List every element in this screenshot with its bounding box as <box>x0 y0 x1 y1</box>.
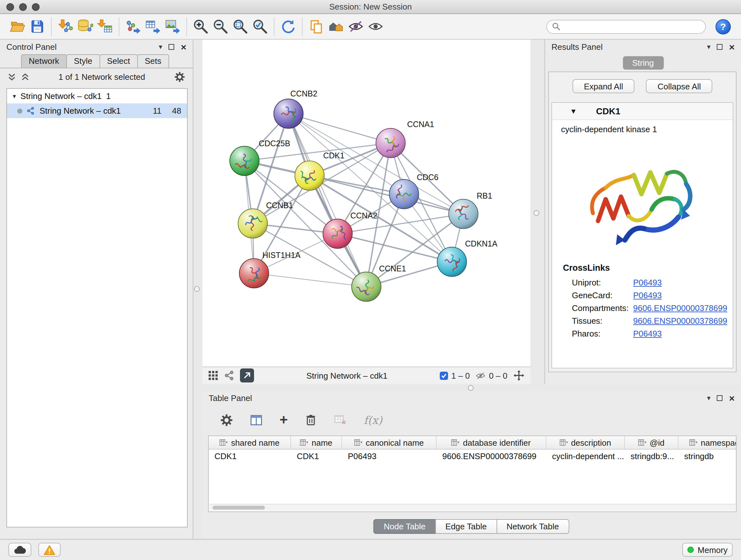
disclosure-triangle-icon[interactable]: ▾ <box>13 92 16 100</box>
float-panel-icon[interactable]: ▾ <box>707 44 711 51</box>
search-box[interactable] <box>546 19 706 34</box>
show-home-button[interactable] <box>326 16 346 37</box>
network-collection-row[interactable]: ▾ String Network – cdk1 1 <box>7 89 187 104</box>
maximize-panel-icon[interactable] <box>717 44 723 50</box>
float-panel-icon[interactable]: ▾ <box>707 395 711 401</box>
crosslink-row: Tissues:9606.ENSP00000378699 <box>552 314 733 327</box>
import-network-from-file-button[interactable] <box>56 16 75 37</box>
zoom-fit-button[interactable] <box>230 16 250 37</box>
tab-select[interactable]: Select <box>99 54 138 68</box>
duplicate-network-button[interactable] <box>307 16 326 37</box>
scrollbar-thumb[interactable] <box>212 506 265 509</box>
zoom-in-button[interactable] <box>191 16 211 37</box>
pan-crosshair-icon[interactable] <box>513 370 525 381</box>
network-node-hist1h1a[interactable]: HIST1H1A <box>239 251 300 288</box>
show-all-button[interactable] <box>366 16 386 37</box>
expand-all-button[interactable]: Expand All <box>572 79 635 93</box>
hide-selected-button[interactable] <box>346 16 366 37</box>
network-edge[interactable] <box>288 114 366 287</box>
column-sort-icon <box>300 439 308 446</box>
tab-network[interactable]: Network <box>21 54 67 68</box>
splitter-handle[interactable] <box>468 385 474 391</box>
open-session-button[interactable] <box>8 16 27 37</box>
splitter-handle[interactable] <box>194 286 200 292</box>
crosslink-value[interactable]: P06493 <box>633 277 662 287</box>
selection-checkbox-icon[interactable] <box>440 371 448 380</box>
table-settings-gear-icon[interactable] <box>220 414 233 426</box>
column-header[interactable]: canonical name <box>342 436 436 449</box>
titlebar[interactable]: Session: New Session <box>0 0 741 14</box>
network-node-ccnb2[interactable]: CCNB2 <box>274 89 317 128</box>
warnings-button[interactable] <box>38 543 61 557</box>
network-node-ccna1[interactable]: CCNA1 <box>376 120 434 158</box>
network-canvas[interactable]: CCNB2CCNA1CDC25BCDK1CDC6RB1CCNB1CCNA2CDK… <box>202 40 530 367</box>
network-node-cdkn1a[interactable]: CDKN1A <box>437 239 497 276</box>
close-panel-icon[interactable]: × <box>181 42 186 52</box>
splitter-handle[interactable] <box>534 210 539 216</box>
export-image-button[interactable] <box>163 16 183 37</box>
add-column-icon[interactable]: + <box>280 413 288 427</box>
import-table-from-file-button[interactable] <box>95 16 115 37</box>
network-node-ccne1[interactable]: CCNE1 <box>352 264 406 301</box>
show-columns-icon[interactable] <box>250 414 263 426</box>
tab-node-table[interactable]: Node Table <box>374 519 435 534</box>
node-card-header[interactable]: ▼ CDK1 <box>552 103 733 120</box>
delete-column-trash-icon[interactable] <box>305 413 317 427</box>
tab-sets[interactable]: Sets <box>137 54 169 68</box>
cloud-status-button[interactable] <box>8 543 31 557</box>
export-network-button[interactable] <box>123 16 143 37</box>
horizontal-scrollbar[interactable] <box>209 504 735 511</box>
crosslink-value[interactable]: 9606.ENSP00000378699 <box>633 303 727 313</box>
expand-all-icon[interactable] <box>21 73 29 81</box>
save-session-button[interactable] <box>27 16 47 37</box>
zoom-out-button[interactable] <box>211 16 230 37</box>
zoom-in-icon <box>193 18 209 35</box>
column-header[interactable]: @id <box>625 436 678 449</box>
minimize-window-button[interactable] <box>19 3 27 11</box>
tab-edge-table[interactable]: Edge Table <box>435 519 497 534</box>
apply-layout-button[interactable] <box>278 16 298 37</box>
network-row-selected[interactable]: String Network – cdk1 11 48 <box>7 104 187 118</box>
column-header[interactable]: description <box>546 436 625 449</box>
help-button[interactable]: ? <box>716 19 731 34</box>
search-input[interactable] <box>564 22 700 31</box>
open-in-new-window-button[interactable] <box>240 368 254 382</box>
search-icon <box>552 22 560 30</box>
collapse-all-icon[interactable] <box>8 73 16 81</box>
tab-network-table[interactable]: Network Table <box>496 519 569 534</box>
close-panel-icon[interactable]: × <box>729 393 735 403</box>
tab-style[interactable]: Style <box>66 54 100 68</box>
close-panel-icon[interactable]: × <box>729 42 735 52</box>
graph-view-icon[interactable] <box>224 370 234 381</box>
close-window-button[interactable] <box>6 3 14 11</box>
crosslink-value[interactable]: P06493 <box>633 328 662 338</box>
maximize-panel-icon[interactable] <box>169 44 174 50</box>
column-header[interactable]: shared name <box>209 436 291 449</box>
collapse-all-button[interactable]: Collapse All <box>646 79 713 93</box>
export-table-button[interactable] <box>143 16 163 37</box>
tab-string[interactable]: String <box>623 56 664 70</box>
network-node-rb1[interactable]: RB1 <box>449 191 492 229</box>
crosslink-value[interactable]: P06493 <box>633 290 662 300</box>
birds-eye-view-icon[interactable] <box>208 370 218 381</box>
node-table[interactable]: shared namenamecanonical namedatabase id… <box>208 435 737 512</box>
column-header[interactable]: namespace <box>678 436 737 449</box>
import-network-from-database-button[interactable] <box>75 16 95 37</box>
crosslink-value[interactable]: 9606.ENSP00000378699 <box>633 316 727 325</box>
table-header-row: shared namenamecanonical namedatabase id… <box>209 436 736 449</box>
zoom-window-button[interactable] <box>32 3 40 11</box>
memory-button[interactable]: Memory <box>682 543 733 557</box>
table-row[interactable]: CDK1CDK1P064939606.ENSP00000378699cyclin… <box>209 449 736 463</box>
gear-icon[interactable] <box>174 71 185 82</box>
crosslink-row: Uniprot:P06493 <box>552 276 733 289</box>
network-edge[interactable] <box>288 114 391 143</box>
column-header[interactable]: name <box>291 436 342 449</box>
node-label: RB1 <box>477 191 492 200</box>
float-panel-icon[interactable]: ▾ <box>158 44 162 51</box>
collapse-triangle-icon[interactable]: ▼ <box>570 107 577 115</box>
network-edge[interactable] <box>310 176 463 214</box>
network-edge[interactable] <box>254 273 366 287</box>
column-header[interactable]: database identifier <box>436 436 546 449</box>
maximize-panel-icon[interactable] <box>717 395 723 401</box>
zoom-selected-button[interactable] <box>250 16 270 37</box>
